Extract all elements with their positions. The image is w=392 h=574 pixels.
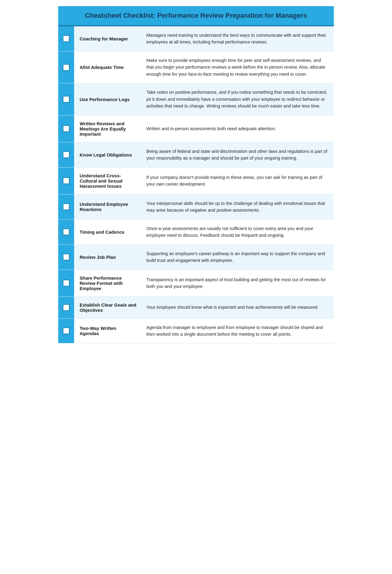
checkbox[interactable] [63,35,70,42]
row-description: Being aware of federal and state anti-di… [141,142,334,167]
table-row: Review Job Plan Supporting an employee's… [58,245,334,270]
table-row: Use Performance Logs Take notes on posit… [58,83,334,115]
checkbox-col [58,142,74,167]
checkbox[interactable] [63,280,70,286]
checkbox-col [58,245,74,270]
row-description: Take notes on positive performance, and … [141,83,334,115]
table-row: Understand Cross-Cultural and Sexual Har… [58,168,334,194]
row-label: Establish Clear Goals and Objectives [74,297,141,318]
row-label: Timing and Cadence [74,220,141,244]
table-row: Coaching for Manager Managers need train… [58,26,334,51]
table-row: Understand Employee Reactions Your inter… [58,194,334,220]
table-row: Share Performance Review Format with Emp… [58,270,334,297]
row-label: Coaching for Manager [74,26,141,51]
page-header: Cheatsheet Checklist: Performance Review… [58,6,334,26]
checkbox[interactable] [63,151,70,158]
checkbox-col [58,270,74,296]
checkbox[interactable] [63,327,70,334]
row-label: Understand Employee Reactions [74,194,141,219]
row-description: Transparency is an important aspect of t… [141,270,334,296]
row-description: Managers need training to understand the… [141,26,334,51]
checkbox-col [58,220,74,244]
row-description: Written and in-person assessments both n… [141,115,334,142]
table-row: Written Reviews and Meetings Are Equally… [58,115,334,142]
row-label: Review Job Plan [74,245,141,270]
table-row: Two-Way Written Agendas Agenda from mana… [58,319,334,344]
checkbox-col [58,51,74,83]
checkbox-col [58,115,74,142]
checkbox[interactable] [63,228,70,235]
checkbox[interactable] [63,203,70,210]
row-description: Agenda from manager to employee and from… [141,319,334,343]
checkbox-col [58,297,74,318]
checkbox[interactable] [63,125,70,132]
row-label: Written Reviews and Meetings Are Equally… [74,115,141,142]
checkbox-col [58,194,74,219]
table-row: Know Legal Obligations Being aware of fe… [58,142,334,168]
row-label: Share Performance Review Format with Emp… [74,270,141,296]
checkbox-col [58,83,74,115]
row-description: Your employee should know what is expect… [141,297,334,318]
row-description: Once-a-year assessments are usually not … [141,220,334,244]
checklist-table: Coaching for Manager Managers need train… [58,26,334,343]
row-label: Allot Adequate Time [74,51,141,83]
row-description: Make sure to provide employees enough ti… [141,51,334,83]
row-label: Know Legal Obligations [74,142,141,167]
page-title: Cheatsheet Checklist: Performance Review… [85,12,307,19]
checkbox[interactable] [63,304,70,311]
checkbox[interactable] [63,177,70,184]
row-description: Supporting an employee's career pathway … [141,245,334,270]
checkbox[interactable] [63,254,70,260]
row-description: Your interpersonal skills should be up t… [141,194,334,219]
row-label: Understand Cross-Cultural and Sexual Har… [74,168,141,194]
table-row: Allot Adequate Time Make sure to provide… [58,51,334,83]
row-label: Two-Way Written Agendas [74,319,141,343]
checkbox-col [58,319,74,343]
table-row: Timing and Cadence Once-a-year assessmen… [58,220,334,245]
table-row: Establish Clear Goals and Objectives You… [58,297,334,319]
checkbox[interactable] [63,64,70,71]
checkbox[interactable] [63,96,70,103]
row-description: If your company doesn't provide training… [141,168,334,194]
page-container: Cheatsheet Checklist: Performance Review… [58,0,334,356]
row-label: Use Performance Logs [74,83,141,115]
checkbox-col [58,168,74,194]
checkbox-col [58,26,74,51]
